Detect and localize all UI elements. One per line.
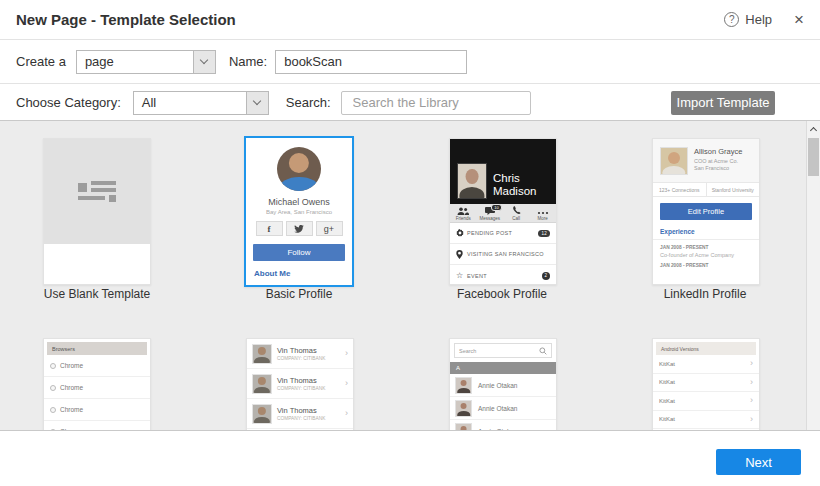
profile-info: Allison Grayce COO at Acme Co. San Franc… <box>694 147 742 182</box>
radio-icon <box>50 385 56 391</box>
avatar <box>455 423 472 432</box>
category-value: All <box>134 95 246 110</box>
template-caption-linkedin-profile: LinkedIn Profile <box>631 287 779 301</box>
library-search-input[interactable] <box>353 95 529 110</box>
scrollbar[interactable] <box>806 121 820 430</box>
chevron-down-icon <box>253 97 261 105</box>
template-card-blank[interactable] <box>43 138 151 285</box>
template-card-browsers[interactable]: Browsers Chrome Chrome Chrome Chrome <box>43 338 151 431</box>
avatar <box>660 147 688 175</box>
experience-date: JAN 2008 - PRESENT <box>660 245 752 250</box>
close-icon[interactable]: × <box>794 11 804 28</box>
social-buttons: f g+ <box>256 221 343 236</box>
friends-action: Friends <box>450 204 477 222</box>
select-dropdown-button[interactable] <box>246 92 268 114</box>
pending-post-badge: 12 <box>538 230 550 237</box>
select-dropdown-button[interactable] <box>193 51 215 73</box>
follow-button: Follow <box>253 244 345 261</box>
template-card-facebook-profile[interactable]: Chris Madison Friends 10 Messages <box>449 138 557 285</box>
avatar <box>252 344 272 364</box>
search-label: Search: <box>286 95 331 110</box>
name-input[interactable] <box>275 50 467 74</box>
facebook-header: Chris Madison <box>450 139 556 204</box>
profile-name: Michael Owens <box>268 197 330 207</box>
filter-row: Choose Category: All Search: Import Temp… <box>0 85 820 120</box>
facebook-action-bar: Friends 10 Messages Call <box>450 204 556 223</box>
dialog-footer: Next <box>0 431 820 486</box>
scroll-thumb[interactable] <box>808 138 819 176</box>
list-item: KitKat› <box>653 355 759 374</box>
chevron-right-icon: › <box>750 359 753 368</box>
avatar <box>252 374 272 394</box>
list-item: KitKat› <box>653 411 759 430</box>
help-button[interactable]: ? Help <box>724 12 772 27</box>
star-icon: ☆ <box>456 272 467 280</box>
event-row: ☆ EVENT 2 <box>450 265 556 285</box>
list-item: Vin ThomasCOMPANY: CITIBANK › <box>247 369 353 399</box>
radio-icon <box>50 363 56 369</box>
page-type-select[interactable]: page <box>76 50 216 74</box>
linkedin-stats: 123+ Connections Stanford University <box>653 183 759 197</box>
list-header: Android Versions <box>656 342 756 355</box>
chevron-right-icon: › <box>750 415 753 424</box>
twitter-icon <box>286 221 313 236</box>
template-card-directory[interactable]: Search A Annie Otakan Annie Otakan Annie… <box>449 338 557 431</box>
profile-location: San Francisco <box>694 165 742 171</box>
create-a-label: Create a <box>16 54 66 69</box>
dialog-title: New Page - Template Selection <box>16 11 236 28</box>
list-header: Browsers <box>47 342 147 355</box>
divider <box>653 239 759 240</box>
help-label: Help <box>745 12 772 27</box>
template-card-linkedin-profile[interactable]: Allison Grayce COO at Acme Co. San Franc… <box>652 138 760 285</box>
next-button[interactable]: Next <box>716 449 801 475</box>
name-label: Name: <box>229 54 267 69</box>
pending-post-row: PENDING POST 12 <box>450 223 556 244</box>
list-item: KitKat› <box>653 392 759 411</box>
profile-name: Chris Madison <box>493 172 536 198</box>
avatar <box>457 163 487 199</box>
mini-search-field: Search <box>454 343 552 358</box>
list-item: Annie Otakan <box>450 374 556 397</box>
list-item: Chrome <box>44 355 150 377</box>
experience-heading: Experience <box>660 228 752 235</box>
linkedin-header: Allison Grayce COO at Acme Co. San Franc… <box>653 139 759 183</box>
create-row: Create a page Name: <box>0 40 820 84</box>
school-cell: Stanford University <box>706 183 760 196</box>
template-card-android-versions[interactable]: Android Versions KitKat› KitKat› KitKat›… <box>652 338 760 431</box>
list-item: Chrome <box>44 421 150 431</box>
edit-profile-button: Edit Profile <box>660 203 752 220</box>
page-type-value: page <box>77 54 193 69</box>
wireframe-icon <box>78 180 116 204</box>
chevron-up-icon <box>810 127 817 134</box>
template-caption-basic-profile: Basic Profile <box>225 287 373 301</box>
location-pin-icon <box>456 250 467 259</box>
template-card-basic-profile[interactable]: Michael Owens Bay Area, San Francisco f … <box>244 136 354 287</box>
experience-date: JAN 2008 - PRESENT <box>660 263 752 268</box>
experience-role: Co-founder of Acme Company <box>660 252 752 258</box>
chevron-down-icon <box>200 56 208 64</box>
profile-role: COO at Acme Co. <box>694 158 742 164</box>
import-template-button[interactable]: Import Template <box>671 91 775 115</box>
list-item: Annie Otakan <box>450 397 556 420</box>
scroll-up-button[interactable] <box>807 121 820 137</box>
avatar <box>455 400 472 417</box>
category-select[interactable]: All <box>133 91 269 115</box>
list-item: KitKat› <box>653 374 759 393</box>
visiting-row: VISITING SAN FRANCISCO <box>450 244 556 265</box>
list-item: Vin ThomasCOMPANY: CITIBANK › <box>247 339 353 369</box>
chevron-right-icon: › <box>345 409 348 418</box>
messages-icon: 10 <box>485 206 495 215</box>
template-caption-blank: Use Blank Template <box>23 287 171 301</box>
template-grid: Use Blank Template Michael Owens Bay Are… <box>0 120 820 431</box>
list-item: Chrome <box>44 377 150 399</box>
call-icon <box>512 206 521 215</box>
google-plus-icon: g+ <box>316 221 343 236</box>
template-card-contacts[interactable]: Vin ThomasCOMPANY: CITIBANK › Vin Thomas… <box>246 338 354 431</box>
library-search-box <box>341 91 531 115</box>
avatar <box>277 147 321 191</box>
chevron-right-icon: › <box>345 349 348 358</box>
header-actions: ? Help × <box>724 11 804 28</box>
avatar <box>252 404 272 424</box>
chevron-right-icon: › <box>750 378 753 387</box>
friends-icon <box>457 206 469 215</box>
